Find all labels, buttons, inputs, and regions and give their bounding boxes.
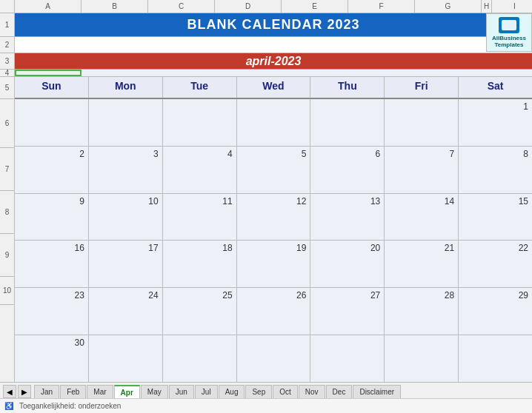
col-header-E: E <box>282 0 348 13</box>
logo-line1: AllBusiness <box>492 35 526 41</box>
logo-overlay: AllBusiness Templates <box>486 13 532 52</box>
status-bar: ♿ Toegankelijkheid: onderzoeken <box>0 398 532 413</box>
col-header-G: G <box>415 0 482 13</box>
week-row-5: 23 24 25 26 27 28 29 <box>15 288 532 335</box>
day-cell-w5-wed: 26 <box>237 288 311 335</box>
row-num-7: 7 <box>0 148 14 191</box>
row-num-3: 3 <box>0 53 14 70</box>
day-header-thu: Thu <box>310 77 385 98</box>
day-cell-w3-sun: 9 <box>15 194 89 241</box>
day-cell-w1-mon <box>89 99 163 146</box>
row-num-9: 9 <box>0 234 14 277</box>
day-cell-w4-fri: 21 <box>385 241 459 287</box>
day-cell-w1-thu <box>310 99 385 146</box>
day-cell-w1-sun <box>15 99 89 146</box>
day-cell-w1-tue <box>163 99 237 146</box>
tab-dec[interactable]: Dec <box>326 385 353 398</box>
tab-nov[interactable]: Nov <box>299 385 325 398</box>
selected-cell-indicator <box>15 70 82 76</box>
day-cell-w3-mon: 10 <box>89 194 163 241</box>
day-cell-w6-wed <box>237 335 311 382</box>
day-header-mon: Mon <box>89 77 163 98</box>
status-text: Toegankelijkheid: onderzoeken <box>19 402 121 410</box>
day-cell-w4-sat: 22 <box>459 241 532 287</box>
day-cell-w5-thu: 27 <box>310 288 385 335</box>
logo-line2: Templates <box>495 41 524 48</box>
logo-icon-inner <box>502 20 516 30</box>
col-header-D: D <box>215 0 282 13</box>
calendar-title: BLANK CALENDAR 2023 <box>15 13 532 37</box>
day-cell-w4-wed: 19 <box>237 241 311 287</box>
row-numbers: 1 2 3 4 5 6 7 8 9 10 <box>0 13 15 382</box>
spacer-row-2 <box>15 37 532 53</box>
day-cell-w1-fri <box>385 99 459 146</box>
day-cell-w6-sun: 30 <box>15 335 89 382</box>
day-cell-w2-sat: 8 <box>459 147 532 193</box>
day-cell-w4-sun: 16 <box>15 241 89 287</box>
week-row-4: 16 17 18 19 20 21 22 <box>15 241 532 288</box>
day-cell-w6-thu <box>310 335 385 382</box>
main-area: 1 2 3 4 5 6 7 8 9 10 AllBusiness Templat… <box>0 13 532 382</box>
day-cell-w5-tue: 25 <box>163 288 237 335</box>
day-header-row: Sun Mon Tue Wed Thu Fri Sat <box>15 77 532 99</box>
day-cell-w3-sat: 15 <box>459 194 532 241</box>
tab-jul[interactable]: Jul <box>195 385 218 398</box>
day-cell-w3-tue: 11 <box>163 194 237 241</box>
tab-apr[interactable]: Apr <box>114 385 140 398</box>
tab-oct[interactable]: Oct <box>273 385 298 398</box>
day-cell-w2-wed: 5 <box>237 147 311 193</box>
tab-scroll-right[interactable]: ▶ <box>18 385 31 398</box>
tabs-bar: ◀ ▶ Jan Feb Mar Apr May Jun Jul Aug Sep … <box>0 382 532 398</box>
day-cell-w2-sun: 2 <box>15 147 89 193</box>
day-cell-w4-mon: 17 <box>89 241 163 287</box>
day-cell-w6-sat <box>459 335 532 382</box>
month-header: april-2023 <box>15 53 532 70</box>
day-header-tue: Tue <box>163 77 237 98</box>
tab-jan[interactable]: Jan <box>34 385 59 398</box>
tab-jun[interactable]: Jun <box>169 385 194 398</box>
day-cell-w5-sun: 23 <box>15 288 89 335</box>
col-header-I: I <box>492 0 532 13</box>
tab-sep[interactable]: Sep <box>245 385 272 398</box>
row-num-10: 10 <box>0 277 14 305</box>
tab-feb[interactable]: Feb <box>60 385 86 398</box>
col-header-B: B <box>82 0 148 13</box>
day-cell-w1-sat: 1 <box>459 99 532 146</box>
day-cell-w4-thu: 20 <box>310 241 385 287</box>
tab-may[interactable]: May <box>141 385 168 398</box>
week-row-1: 1 <box>15 99 532 147</box>
day-cell-w2-fri: 7 <box>385 147 459 193</box>
day-cell-w3-fri: 14 <box>385 194 459 241</box>
day-cell-w6-mon <box>89 335 163 382</box>
day-header-fri: Fri <box>385 77 459 98</box>
calendar-area: AllBusiness Templates BLANK CALENDAR 202… <box>15 13 532 382</box>
tab-scroll-left[interactable]: ◀ <box>3 385 16 398</box>
tab-aug[interactable]: Aug <box>219 385 245 398</box>
col-header-row: A B C D E F G H I <box>0 0 532 13</box>
day-cell-w5-fri: 28 <box>385 288 459 335</box>
logo-icon <box>499 17 519 33</box>
day-header-sat: Sat <box>459 77 532 98</box>
day-cell-w6-tue <box>163 335 237 382</box>
tab-disclaimer[interactable]: Disclaimer <box>353 385 401 398</box>
day-cell-w3-thu: 13 <box>310 194 385 241</box>
row-num-2: 2 <box>0 37 14 53</box>
day-cell-w6-fri <box>385 335 459 382</box>
day-cell-w4-tue: 18 <box>163 241 237 287</box>
day-cell-w2-mon: 3 <box>89 147 163 193</box>
col-header-A: A <box>15 0 82 13</box>
tab-mar[interactable]: Mar <box>87 385 113 398</box>
row-num-6: 6 <box>0 99 14 148</box>
week-rows: 1 2 3 4 5 6 7 8 9 10 11 <box>15 99 532 382</box>
day-cell-w5-sat: 29 <box>459 288 532 335</box>
spreadsheet: A B C D E F G H I 1 2 3 4 5 6 7 8 9 10 <box>0 0 532 413</box>
highlight-row <box>15 70 532 77</box>
row-num-8: 8 <box>0 191 14 234</box>
col-header-C: C <box>148 0 215 13</box>
accessibility-icon: ♿ <box>4 402 13 410</box>
week-row-3: 9 10 11 12 13 14 15 <box>15 194 532 241</box>
day-header-sun: Sun <box>15 77 89 98</box>
row-num-1: 1 <box>0 13 14 37</box>
day-cell-w5-mon: 24 <box>89 288 163 335</box>
week-row-6: 30 <box>15 335 532 382</box>
